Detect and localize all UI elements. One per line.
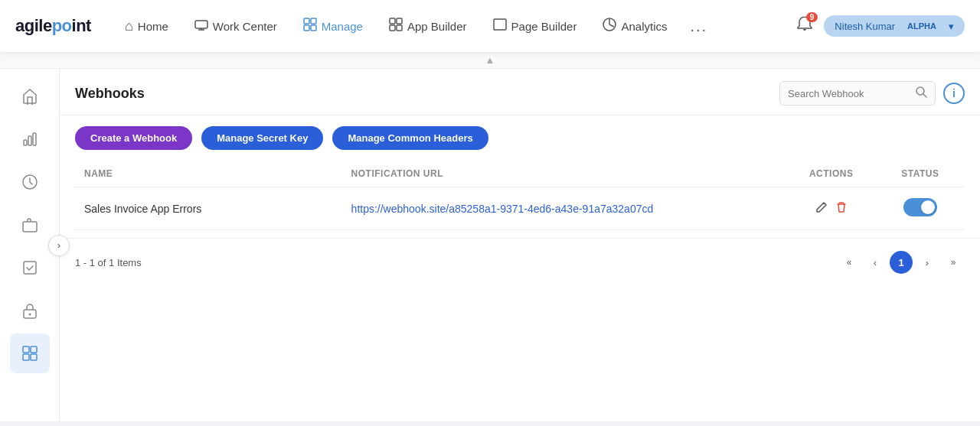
- user-chevron-icon: ▾: [949, 21, 954, 32]
- svg-point-20: [28, 314, 31, 316]
- pagination-next-button[interactable]: ›: [916, 251, 939, 274]
- cell-actions: [787, 187, 876, 230]
- nav-home[interactable]: ⌂ Home: [114, 12, 179, 41]
- sidebar-item-home[interactable]: [10, 76, 50, 116]
- pagination-first-button[interactable]: «: [838, 251, 861, 274]
- content-area: Webhooks i Create a Webhook Manage Secre…: [60, 69, 980, 421]
- svg-rect-6: [311, 25, 316, 31]
- sidebar-item-checklist[interactable]: [10, 248, 50, 288]
- nav-workcenter[interactable]: Work Center: [184, 12, 288, 41]
- svg-rect-13: [24, 140, 27, 145]
- svg-rect-18: [24, 262, 36, 274]
- delete-icon[interactable]: [835, 201, 848, 216]
- cell-url: https://webhook.site/a85258a1-9371-4ed6-…: [342, 187, 787, 230]
- info-icon[interactable]: i: [943, 83, 965, 104]
- svg-rect-24: [31, 354, 37, 360]
- nav-more-button[interactable]: ...: [682, 11, 715, 41]
- nav-home-label: Home: [138, 20, 168, 33]
- nav-analytics[interactable]: Analytics: [592, 11, 678, 41]
- home-nav-icon: ⌂: [125, 18, 133, 34]
- svg-rect-9: [390, 25, 395, 31]
- collapse-icon: ▲: [485, 54, 495, 66]
- search-icon[interactable]: [915, 86, 927, 101]
- user-tag: ALPHA: [901, 20, 942, 32]
- search-box: [779, 81, 936, 106]
- svg-rect-4: [311, 18, 316, 24]
- pagination-controls: « ‹ 1 › »: [838, 251, 965, 274]
- appbuilder-nav-icon: [389, 18, 403, 35]
- create-webhook-button[interactable]: Create a Webhook: [75, 126, 192, 150]
- nav-appbuilder[interactable]: App Builder: [378, 11, 478, 41]
- svg-rect-0: [195, 21, 207, 28]
- nav-manage-label: Manage: [322, 20, 363, 33]
- pagination-page-1-button[interactable]: 1: [890, 251, 913, 274]
- svg-rect-15: [33, 133, 36, 145]
- cell-status: [876, 187, 965, 230]
- collapse-bar[interactable]: ▲: [0, 52, 980, 69]
- svg-line-26: [923, 94, 926, 97]
- svg-rect-11: [494, 19, 506, 30]
- sidebar-item-clock[interactable]: [10, 162, 50, 202]
- analytics-nav-icon: [603, 18, 616, 35]
- nav-manage[interactable]: Manage: [292, 11, 374, 41]
- manage-nav-icon: [303, 18, 317, 35]
- logo[interactable]: agilepoint: [15, 16, 91, 36]
- col-header-actions: ACTIONS: [787, 161, 876, 187]
- col-header-name: NAME: [75, 161, 342, 187]
- svg-rect-10: [397, 25, 402, 31]
- workcenter-nav-icon: [194, 18, 208, 34]
- sidebar-expand-button[interactable]: ›: [48, 235, 70, 256]
- edit-icon[interactable]: [815, 201, 828, 216]
- svg-rect-8: [397, 18, 402, 24]
- page-title: Webhooks: [75, 86, 145, 102]
- svg-rect-21: [23, 346, 29, 353]
- table-row: Sales Invoice App Errors https://webhook…: [75, 187, 965, 230]
- nav-appbuilder-label: App Builder: [407, 20, 467, 33]
- pagination-row: 1 - 1 of 1 Items « ‹ 1 › »: [60, 238, 980, 286]
- col-header-status: STATUS: [876, 161, 965, 187]
- svg-rect-22: [31, 346, 37, 353]
- pagination-prev-button[interactable]: ‹: [864, 251, 887, 274]
- action-buttons-row: Create a Webhook Manage Secret Key Manag…: [60, 115, 980, 161]
- manage-common-headers-button[interactable]: Manage Common Headers: [332, 126, 488, 150]
- sidebar-expand-icon: ›: [57, 239, 60, 251]
- notification-badge: 9: [806, 12, 818, 22]
- webhooks-table-wrap: NAME NOTIFICATION URL ACTIONS STATUS Sal…: [60, 161, 980, 230]
- col-header-url: NOTIFICATION URL: [342, 161, 787, 187]
- user-menu-button[interactable]: Nitesh Kumar ALPHA ▾: [824, 15, 965, 37]
- sidebar-item-briefcase[interactable]: [10, 205, 50, 245]
- nav-pagebuilder[interactable]: Page Builder: [482, 12, 588, 41]
- pagebuilder-nav-icon: [493, 18, 507, 34]
- logo-text: agilepoint: [15, 16, 91, 36]
- main-layout: › Webhooks i Crea: [0, 69, 980, 421]
- search-input[interactable]: [788, 88, 910, 99]
- top-navigation: agilepoint ⌂ Home Work Center: [0, 0, 980, 52]
- nav-analytics-label: Analytics: [621, 20, 667, 33]
- webhooks-table: NAME NOTIFICATION URL ACTIONS STATUS Sal…: [75, 161, 965, 230]
- nav-items: ⌂ Home Work Center Ma: [114, 11, 796, 41]
- svg-rect-3: [304, 18, 309, 24]
- notification-button[interactable]: 9: [796, 15, 813, 37]
- sidebar-item-chart[interactable]: [10, 119, 50, 159]
- page-header-right: i: [779, 81, 965, 106]
- svg-rect-23: [23, 354, 29, 360]
- manage-secret-key-button[interactable]: Manage Secret Key: [201, 126, 323, 150]
- pagination-info: 1 - 1 of 1 Items: [75, 257, 142, 268]
- sidebar: ›: [0, 69, 60, 421]
- cell-name: Sales Invoice App Errors: [75, 187, 342, 230]
- user-name: Nitesh Kumar: [835, 21, 895, 32]
- table-header-row: NAME NOTIFICATION URL ACTIONS STATUS: [75, 161, 965, 187]
- sidebar-item-lock[interactable]: [10, 291, 50, 330]
- nav-workcenter-label: Work Center: [213, 20, 277, 33]
- status-toggle[interactable]: [903, 198, 937, 216]
- pagination-last-button[interactable]: »: [942, 251, 965, 274]
- nav-pagebuilder-label: Page Builder: [511, 20, 577, 33]
- svg-rect-5: [304, 25, 309, 31]
- page-header: Webhooks i: [60, 69, 980, 115]
- svg-rect-7: [390, 18, 395, 24]
- svg-rect-14: [28, 136, 31, 145]
- nav-right: 9 Nitesh Kumar ALPHA ▾: [796, 15, 965, 37]
- svg-rect-17: [23, 222, 37, 232]
- sidebar-item-webhook[interactable]: [10, 333, 50, 373]
